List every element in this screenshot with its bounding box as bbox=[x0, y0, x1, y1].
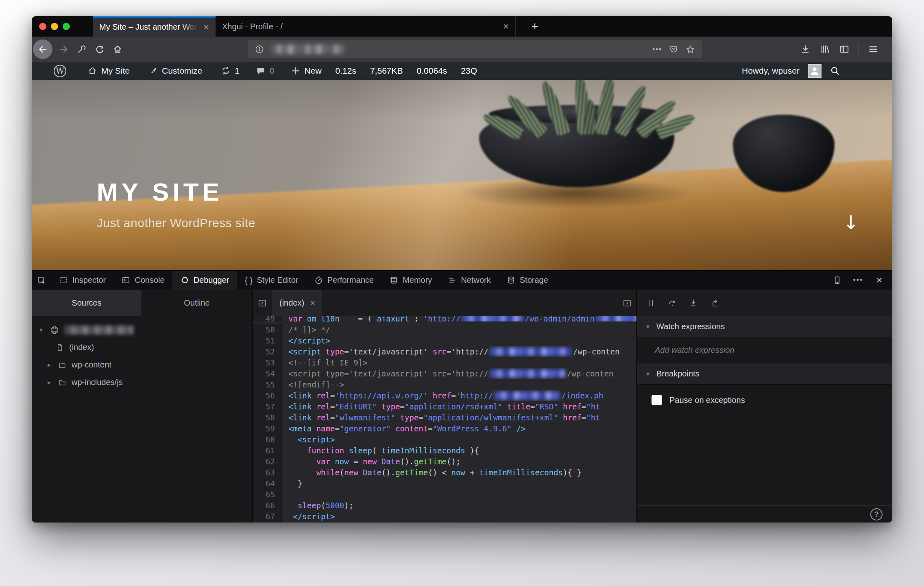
line-number[interactable]: 65 bbox=[253, 489, 282, 500]
adminbar-my-site[interactable]: My Site bbox=[87, 66, 130, 76]
adminbar-customize[interactable]: Customize bbox=[148, 66, 202, 76]
line-number[interactable]: 66 bbox=[253, 500, 282, 511]
home-button[interactable] bbox=[108, 40, 127, 59]
close-tab-icon[interactable]: × bbox=[203, 22, 209, 32]
pause-button[interactable] bbox=[642, 294, 660, 313]
step-in-button[interactable] bbox=[684, 294, 703, 313]
code-text: </script> bbox=[282, 511, 636, 522]
line-number[interactable]: 50 bbox=[253, 324, 282, 335]
code-view[interactable]: 49var qm_l10n = { ajaxurl : 'http:///wp-… bbox=[253, 316, 636, 523]
adminbar-new[interactable]: New bbox=[291, 66, 322, 76]
back-button[interactable] bbox=[33, 39, 52, 59]
close-window-button[interactable] bbox=[39, 23, 46, 30]
tree-domain[interactable]: ▾ bbox=[32, 321, 252, 339]
code-line: 50/* ]]> */ bbox=[253, 324, 636, 335]
tab-inspector[interactable]: Inspector bbox=[51, 271, 113, 290]
adminbar-updates[interactable]: 1 bbox=[221, 66, 240, 76]
code-text: <![endif]--> bbox=[282, 379, 636, 390]
line-number[interactable]: 63 bbox=[253, 467, 282, 478]
tab-network[interactable]: Network bbox=[440, 271, 498, 290]
qm-query-time[interactable]: 0.0064s bbox=[417, 66, 447, 76]
line-number[interactable]: 62 bbox=[253, 456, 282, 467]
minimize-window-button[interactable] bbox=[51, 23, 58, 30]
line-number[interactable]: 53 bbox=[253, 357, 282, 368]
wordpress-logo-icon[interactable]: W bbox=[54, 65, 66, 77]
downloads-icon[interactable] bbox=[800, 44, 811, 55]
page-actions-icon[interactable]: ••• bbox=[652, 45, 662, 53]
line-number[interactable]: 59 bbox=[253, 423, 282, 434]
watch-expressions-header[interactable]: ▾ Watch expressions bbox=[637, 316, 892, 337]
step-over-button[interactable] bbox=[663, 294, 682, 313]
tree-item-wp-content[interactable]: ▸ wp-content bbox=[32, 356, 252, 374]
qm-memory[interactable]: 7,567KB bbox=[370, 66, 403, 76]
step-out-button[interactable] bbox=[705, 294, 724, 313]
line-number[interactable]: 57 bbox=[253, 401, 282, 412]
tab-storage[interactable]: Storage bbox=[499, 271, 556, 290]
line-number[interactable]: 54 bbox=[253, 368, 282, 379]
line-number[interactable]: 58 bbox=[253, 412, 282, 423]
tree-item-wp-includes[interactable]: ▸ wp-includes/js bbox=[32, 374, 252, 391]
avatar[interactable] bbox=[808, 64, 822, 78]
expand-panel-button[interactable] bbox=[617, 290, 636, 316]
caret-down-icon[interactable]: ▾ bbox=[37, 326, 45, 334]
help-button[interactable]: ? bbox=[870, 508, 883, 520]
hero-photo bbox=[32, 80, 892, 270]
tab-memory[interactable]: Memory bbox=[381, 271, 440, 290]
caret-right-icon[interactable]: ▸ bbox=[46, 361, 53, 369]
devtools-menu-icon[interactable]: ••• bbox=[849, 271, 867, 290]
tab-my-site[interactable]: My Site – Just another WordPress si × bbox=[93, 16, 216, 37]
bookmark-star-icon[interactable] bbox=[685, 44, 695, 55]
line-number[interactable]: 51 bbox=[253, 335, 282, 346]
page-tools-button[interactable] bbox=[72, 40, 91, 59]
code-line: 64 } bbox=[253, 478, 636, 489]
pause-on-exceptions-row[interactable]: Pause on exceptions bbox=[637, 385, 892, 415]
site-title[interactable]: MY SITE bbox=[97, 177, 255, 206]
qm-query-count[interactable]: 23Q bbox=[461, 66, 477, 76]
forward-button[interactable] bbox=[54, 40, 73, 59]
code-line: 59<meta name="generator" content="WordPr… bbox=[253, 423, 636, 434]
library-icon[interactable] bbox=[819, 44, 830, 55]
tab-debugger[interactable]: Debugger bbox=[172, 271, 237, 290]
add-watch-expression-input[interactable]: Add watch expression bbox=[637, 337, 892, 363]
line-number[interactable]: 67 bbox=[253, 511, 282, 522]
search-icon[interactable] bbox=[830, 66, 840, 76]
url-bar[interactable]: ••• bbox=[248, 40, 702, 58]
element-picker-button[interactable] bbox=[32, 271, 51, 290]
line-number[interactable]: 52 bbox=[253, 346, 282, 357]
tab-xhgui[interactable]: Xhgui - Profile - / × bbox=[216, 16, 516, 37]
adminbar-howdy[interactable]: Howdy, wpuser bbox=[742, 66, 800, 76]
pocket-icon[interactable] bbox=[669, 44, 679, 55]
menu-hamburger-icon[interactable] bbox=[868, 44, 878, 55]
reload-button[interactable] bbox=[90, 40, 109, 59]
tab-console[interactable]: Console bbox=[113, 271, 172, 290]
scroll-down-arrow[interactable]: ↓ bbox=[843, 212, 859, 234]
tab-sources[interactable]: Sources bbox=[32, 290, 142, 316]
line-number[interactable]: 61 bbox=[253, 445, 282, 456]
tab-style-editor[interactable]: { } Style Editor bbox=[237, 271, 306, 290]
sidebar-toggle-icon[interactable] bbox=[839, 44, 850, 55]
qm-page-time[interactable]: 0.12s bbox=[336, 66, 356, 76]
editor-tab-index[interactable]: (index) × bbox=[272, 290, 323, 316]
collapse-panel-button[interactable] bbox=[253, 290, 272, 316]
close-devtools-icon[interactable]: × bbox=[870, 271, 888, 290]
breakpoints-header[interactable]: ▾ Breakpoints bbox=[637, 363, 892, 385]
tab-outline[interactable]: Outline bbox=[142, 290, 252, 316]
caret-down-icon[interactable]: ▾ bbox=[644, 370, 652, 378]
line-number[interactable]: 56 bbox=[253, 390, 282, 401]
adminbar-comments[interactable]: 0 bbox=[256, 66, 275, 76]
site-info-icon[interactable] bbox=[255, 44, 264, 54]
zoom-window-button[interactable] bbox=[63, 23, 70, 30]
line-number[interactable]: 55 bbox=[253, 379, 282, 390]
pause-on-exceptions-checkbox[interactable] bbox=[652, 395, 662, 405]
tab-performance[interactable]: Performance bbox=[306, 271, 382, 290]
responsive-mode-button[interactable] bbox=[828, 271, 846, 290]
tree-item-index[interactable]: (index) bbox=[32, 339, 252, 356]
caret-down-icon[interactable]: ▾ bbox=[644, 323, 652, 330]
line-number[interactable]: 64 bbox=[253, 478, 282, 489]
close-tab-icon[interactable]: × bbox=[503, 22, 509, 31]
close-file-icon[interactable]: × bbox=[310, 298, 315, 308]
line-number[interactable]: 49 bbox=[253, 316, 282, 321]
new-tab-button[interactable]: + bbox=[524, 16, 546, 37]
line-number[interactable]: 60 bbox=[253, 434, 282, 445]
caret-right-icon[interactable]: ▸ bbox=[46, 378, 53, 386]
